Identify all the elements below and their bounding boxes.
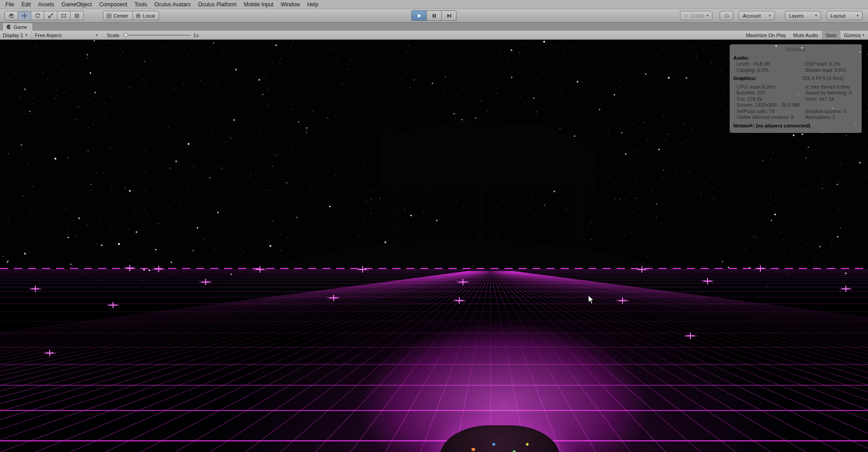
gizmos-button[interactable]: Gizmos ▾: [840, 31, 868, 39]
mouse-cursor: [588, 295, 595, 305]
scale-label: Scale: [107, 33, 119, 38]
stat-stream-load: Stream load: 0.0%: [805, 67, 858, 74]
stat-batches: Batches: 207: [736, 90, 805, 96]
maximize-on-play-button[interactable]: Maximize On Play: [742, 31, 790, 39]
play-controls: [411, 10, 457, 21]
stat-tris: Tris: 278.2k: [736, 96, 805, 103]
stat-verts: Verts: 447.5k: [805, 96, 858, 103]
stat-network: Network: (no players connected): [733, 123, 811, 128]
aspect-label: Free Aspect: [35, 33, 61, 38]
scale-icon: [47, 13, 54, 19]
account-label: Account: [743, 13, 761, 19]
stat-audio-level: Level: -74.8 dB: [736, 61, 805, 67]
transform-tool-button[interactable]: [70, 11, 84, 20]
layers-dropdown[interactable]: Layers ▾: [785, 11, 821, 20]
main-toolbar: Center Local Collab ▾ Account ▾: [0, 9, 868, 23]
layout-label: Layout: [830, 13, 845, 19]
stat-cpu-render: render thread 9.9ms: [805, 84, 858, 90]
scale-slider[interactable]: [123, 33, 191, 38]
mute-audio-button[interactable]: Mute Audio: [790, 31, 822, 39]
chevron-down-icon: ▾: [96, 33, 98, 37]
orientation-local-label: Local: [143, 13, 155, 19]
chevron-down-icon: ▾: [707, 14, 708, 18]
collab-button[interactable]: Collab ▾: [680, 11, 712, 20]
display-label: Display 1: [3, 33, 23, 38]
cursor-arrow-icon: [588, 295, 595, 305]
stat-clipping: Clipping: 0.0%: [736, 67, 805, 74]
transform-icon: [74, 13, 80, 19]
stat-skinned-meshes: Visible skinned meshes: 8: [736, 114, 805, 121]
stats-button[interactable]: Stats: [822, 31, 840, 39]
tab-game-label: Game: [14, 24, 27, 30]
cloud-icon: [724, 13, 729, 19]
stat-shadow-casters: Shadow casters: 0: [805, 108, 858, 115]
orientation-local-icon: [136, 13, 141, 19]
menu-edit[interactable]: Edit: [18, 1, 34, 8]
menu-component[interactable]: Component: [95, 1, 131, 8]
pivot-center-icon: [106, 13, 112, 19]
menu-mobile-input[interactable]: Mobile Input: [240, 1, 277, 8]
play-button[interactable]: [411, 10, 427, 21]
stat-cpu-main: CPU: main 8.2ms: [736, 84, 805, 90]
stat-setpass-calls: SetPass calls: 79: [736, 108, 805, 115]
pivot-group: Center Local: [103, 11, 159, 20]
step-icon: [446, 13, 452, 19]
menu-assets[interactable]: Assets: [34, 1, 58, 8]
collab-icon: [684, 13, 688, 19]
chevron-down-icon: ▾: [857, 14, 859, 18]
stat-graphics-heading: Graphics:: [733, 75, 802, 82]
pivot-center-button[interactable]: Center: [103, 11, 133, 20]
layout-dropdown[interactable]: Layout ▾: [826, 11, 863, 20]
tab-strip: Game: [0, 23, 868, 31]
menu-gameobject[interactable]: GameObject: [58, 1, 95, 8]
chevron-down-icon: ▾: [769, 14, 771, 18]
gizmos-label: Gizmos: [844, 33, 861, 38]
chevron-down-icon: ▾: [815, 14, 817, 18]
stat-animations: Animations: 1: [805, 114, 858, 121]
transform-tools-group: [5, 11, 84, 20]
rect-tool-button[interactable]: [57, 11, 71, 20]
hand-tool-button[interactable]: [5, 11, 18, 20]
rotate-icon: [34, 13, 41, 19]
move-icon: [21, 13, 28, 19]
display-dropdown[interactable]: Display 1 ▾: [0, 31, 30, 39]
pause-button[interactable]: [426, 10, 442, 21]
statistics-panel: Statistics Audio: Level: -74.8 dBDSP loa…: [730, 44, 862, 133]
cloud-button[interactable]: [720, 11, 733, 20]
scale-slider-knob[interactable]: [124, 33, 128, 37]
hand-icon: [8, 13, 14, 19]
menu-file[interactable]: File: [2, 1, 18, 8]
rect-icon: [61, 13, 67, 19]
stat-dsp-load: DSP load: 0.2%: [805, 61, 858, 67]
stat-saved-by-batching: Saved by batching: 0: [805, 90, 858, 96]
play-icon: [416, 13, 422, 19]
scale-slider-track: [123, 35, 191, 36]
game-view-toolbar: Display 1 ▾ Free Aspect ▾ Scale 1x Maxim…: [0, 31, 868, 40]
menu-oculus-avatars[interactable]: Oculus Avatars: [151, 1, 194, 8]
step-button[interactable]: [441, 10, 457, 21]
move-tool-button[interactable]: [18, 11, 31, 20]
orientation-local-button[interactable]: Local: [132, 11, 159, 20]
menu-tools[interactable]: Tools: [131, 1, 151, 8]
rotate-tool-button[interactable]: [31, 11, 44, 20]
pause-icon: [431, 13, 437, 19]
collab-label: Collab: [690, 13, 704, 19]
tab-game[interactable]: Game: [2, 23, 33, 31]
statistics-title: Statistics: [733, 47, 858, 53]
stat-audio-heading: Audio:: [733, 55, 802, 61]
stat-screen: Screen: 1920x909 - 20.0 MB: [733, 102, 858, 108]
chevron-down-icon: ▾: [863, 33, 864, 37]
menu-window[interactable]: Window: [277, 1, 304, 8]
menu-help[interactable]: Help: [303, 1, 322, 8]
chevron-down-icon: ▾: [25, 33, 27, 37]
scale-tool-button[interactable]: [44, 11, 57, 20]
pivot-center-label: Center: [113, 13, 128, 19]
toolbar-right-group: Collab ▾ Account ▾ Layers ▾ Layout ▾: [680, 11, 863, 20]
game-view-icon: [6, 24, 11, 29]
stat-fps: 101.4 FPS (9.9ms): [802, 75, 858, 82]
aspect-ratio-dropdown[interactable]: Free Aspect ▾: [32, 31, 100, 39]
menu-oculus-platform[interactable]: Oculus Platform: [194, 1, 240, 8]
game-viewport[interactable]: Statistics Audio: Level: -74.8 dBDSP loa…: [0, 40, 868, 452]
account-dropdown[interactable]: Account ▾: [739, 11, 775, 20]
menu-bar: File Edit Assets GameObject Component To…: [0, 0, 868, 9]
